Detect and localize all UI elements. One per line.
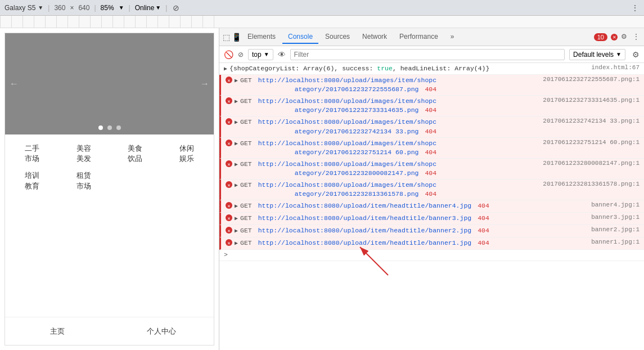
console-line-err6: ✕ ▶ GET http://localhost:8080/upload/ima…: [219, 180, 644, 200]
expand-icon-err1[interactable]: ▶: [235, 77, 238, 84]
category-beauty[interactable]: 美容美发: [61, 143, 106, 164]
nav-profile[interactable]: 个人中心: [110, 317, 214, 345]
dot-1[interactable]: [98, 125, 103, 130]
tab-more[interactable]: »: [445, 30, 460, 44]
error-link-5[interactable]: http://localhost:8080/upload/images/item…: [240, 160, 436, 177]
console-settings-icon[interactable]: ⚙: [632, 50, 640, 59]
category-leisure[interactable]: 休闲娱乐: [164, 143, 209, 164]
file-ref-b4[interactable]: banner4.jpg:1: [591, 201, 640, 208]
error-circle-icon-b4: ✕: [226, 202, 232, 211]
expand-icon[interactable]: ▶: [224, 65, 227, 72]
rotate-icon[interactable]: ⊘: [172, 3, 181, 12]
expand-icon-b3[interactable]: ▶: [235, 215, 238, 222]
file-ref-5[interactable]: 20170612232800082147.png:1: [543, 160, 640, 167]
expand-icon-b2[interactable]: ▶: [235, 227, 238, 234]
svg-text:✕: ✕: [227, 183, 230, 189]
devtools-tab-bar: ⬚ 📱 Elements Console Sources Network Per…: [219, 28, 644, 46]
image-slider[interactable]: ← →: [5, 33, 214, 134]
error-circle-icon-b2: ✕: [226, 227, 232, 236]
console-line-banner4: ✕ ▶ GET http://localhost:8080/upload/ite…: [219, 200, 644, 213]
category-training[interactable]: 培训教育: [10, 170, 55, 191]
error-circle-icon-6: ✕: [226, 181, 232, 190]
error-link-b4[interactable]: http://localhost:8080/upload/item/headti…: [258, 202, 472, 209]
devtools-inspect-icon[interactable]: ⬚: [222, 33, 231, 42]
tab-performance[interactable]: Performance: [394, 30, 444, 44]
error-circle-icon-1: ✕: [226, 77, 232, 86]
file-ref-4[interactable]: 20170612232751214 60.png:1: [543, 139, 640, 146]
expand-icon-err2[interactable]: ▶: [235, 98, 238, 105]
error-text-b4: GET http://localhost:8080/upload/item/he…: [240, 201, 589, 210]
error-link-b2[interactable]: http://localhost:8080/upload/item/headti…: [258, 227, 472, 234]
tab-sources[interactable]: Sources: [319, 30, 355, 44]
expand-icon-b1[interactable]: ▶: [235, 240, 238, 246]
category-label: 美食饮品: [128, 143, 142, 164]
svg-text:✕: ✕: [227, 228, 230, 234]
network-dropdown-icon[interactable]: ▼: [155, 5, 161, 11]
more-device-icon[interactable]: ⋮: [631, 3, 640, 12]
expand-icon-err4[interactable]: ▶: [235, 140, 238, 147]
console-filter-icon[interactable]: ⊘: [238, 51, 244, 59]
slider-right-arrow[interactable]: →: [200, 79, 209, 89]
network-selector[interactable]: Online ▼: [135, 4, 161, 12]
devtools-more-icon: ⋮: [633, 33, 640, 41]
nav-home[interactable]: 主页: [5, 317, 110, 345]
file-ref-b2[interactable]: banner2.jpg:1: [591, 226, 640, 233]
category-label: 美容美发: [76, 143, 91, 164]
dot-3[interactable]: [116, 125, 121, 130]
eye-icon[interactable]: 👁: [278, 50, 286, 59]
error-link-1[interactable]: http://localhost:8080/upload/images/item…: [240, 77, 436, 93]
error-link-2[interactable]: http://localhost:8080/upload/images/item…: [240, 97, 436, 114]
tab-elements[interactable]: Elements: [242, 30, 281, 44]
error-link-4[interactable]: http://localhost:8080/upload/images/item…: [240, 140, 436, 156]
error-icon-small: ✕: [611, 34, 618, 41]
error-text-b2: GET http://localhost:8080/upload/item/he…: [240, 226, 589, 235]
filter-input[interactable]: [290, 49, 565, 60]
ruler-bar: [0, 16, 644, 28]
file-ref-object[interactable]: index.html:67: [591, 64, 640, 71]
width-value: 360: [54, 4, 65, 12]
svg-text:✕: ✕: [227, 161, 230, 167]
tab-elements-label: Elements: [247, 33, 276, 41]
file-ref-3[interactable]: 20170612232742134 33.png:1: [543, 118, 640, 124]
expand-icon-err5[interactable]: ▶: [235, 161, 238, 168]
devtools-settings-button[interactable]: ⚙: [619, 30, 629, 44]
expand-icon-err6[interactable]: ▶: [235, 182, 238, 189]
console-line-object: ▶ {shopCategoryList: Array(6), success: …: [219, 63, 644, 75]
category-food[interactable]: 美食饮品: [113, 143, 158, 164]
devtools-device-icon[interactable]: 📱: [232, 33, 241, 42]
error-link-3[interactable]: http://localhost:8080/upload/images/item…: [240, 118, 436, 134]
dot-2[interactable]: [107, 125, 112, 130]
size-separator2: |: [94, 4, 96, 12]
error-link-6[interactable]: http://localhost:8080/upload/images/item…: [240, 181, 436, 198]
file-ref-1[interactable]: 20170612232722555687.png:1: [543, 76, 640, 83]
file-ref-b3[interactable]: banner3.jpg:1: [591, 214, 640, 221]
file-ref-b1[interactable]: banner1.jpg:1: [591, 239, 640, 245]
tab-network[interactable]: Network: [357, 30, 393, 44]
level-dropdown-icon: ▼: [616, 51, 622, 57]
device-dropdown-icon[interactable]: ▼: [38, 5, 43, 11]
error-circle-icon-b3: ✕: [226, 214, 232, 223]
error-link-b1[interactable]: http://localhost:8080/upload/item/headti…: [258, 239, 472, 246]
error-link-b3[interactable]: http://localhost:8080/upload/item/headti…: [258, 214, 472, 222]
svg-text:✕: ✕: [613, 35, 616, 40]
tab-console-label: Console: [288, 33, 313, 41]
category-secondhand[interactable]: 二手市场: [10, 143, 55, 164]
device-selector[interactable]: Galaxy S5 ▼: [4, 4, 43, 12]
category-rental[interactable]: 租赁市场: [61, 170, 106, 191]
console-prompt-line[interactable]: >: [219, 250, 644, 261]
file-ref-6[interactable]: 20170612232813361578.png:1: [543, 181, 640, 187]
svg-text:✕: ✕: [227, 99, 230, 105]
level-selector[interactable]: Default levels ▼: [569, 49, 625, 60]
file-ref-2[interactable]: 20170612232733314635.png:1: [543, 97, 640, 104]
tab-console[interactable]: Console: [282, 30, 318, 44]
devtools-more-button[interactable]: ⋮: [631, 30, 642, 44]
zoom-dropdown-icon[interactable]: ▼: [119, 5, 124, 11]
context-selector[interactable]: top ▼: [248, 49, 273, 60]
expand-icon-err3[interactable]: ▶: [235, 119, 238, 125]
console-clear-icon[interactable]: 🚫: [224, 50, 233, 59]
category-label: 休闲娱乐: [179, 143, 194, 164]
slider-left-arrow[interactable]: ←: [10, 79, 19, 89]
expand-icon-b4[interactable]: ▶: [235, 203, 238, 209]
category-label: 租赁市场: [76, 170, 91, 191]
tab-network-label: Network: [362, 33, 387, 41]
